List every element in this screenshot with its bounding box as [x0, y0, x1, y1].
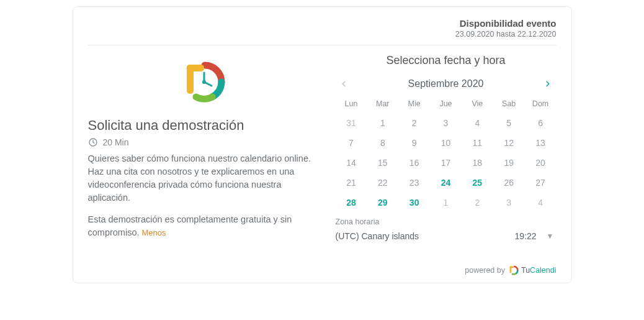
- weekday-header-cell: Mie: [398, 96, 430, 113]
- calendar-day: 21: [336, 173, 367, 193]
- weekday-header-cell: Lun: [336, 96, 367, 113]
- month-navigation: Septiembre 2020: [336, 76, 557, 92]
- booking-card: Disponibilidad evento 23.09.2020 hasta 2…: [73, 6, 572, 283]
- tucalendi-logo-icon: [182, 60, 226, 104]
- availability-title: Disponibilidad evento: [88, 18, 557, 29]
- timezone-selector[interactable]: (UTC) Canary islands 19:22 ▼: [336, 229, 557, 242]
- calendar-day: 3: [493, 193, 525, 213]
- calendar-day: 1: [367, 113, 398, 133]
- calendar-day: 2: [462, 193, 493, 213]
- calendar-day: 26: [493, 173, 525, 193]
- availability-range: 23.09.2020 hasta 22.12.2020: [88, 30, 557, 39]
- weekday-header-row: LunMarMieJueVieSabDom: [336, 96, 557, 113]
- weekday-header-cell: Jue: [430, 96, 462, 113]
- calendar-day: 3: [430, 113, 462, 133]
- availability-bar: Disponibilidad evento 23.09.2020 hasta 2…: [88, 18, 557, 45]
- calendar-day-available[interactable]: 28: [336, 193, 367, 213]
- calendar-day: 20: [525, 153, 557, 173]
- calendar-day-available[interactable]: 25: [462, 173, 493, 193]
- chevron-left-icon: [339, 80, 348, 88]
- calendar-day: 6: [525, 113, 557, 133]
- event-details: Solicita una demostración 20 Min Quieres…: [88, 50, 321, 248]
- calendar-day: 17: [430, 153, 462, 173]
- duration-text: 20 Min: [103, 137, 129, 147]
- brand-logo: [88, 60, 321, 104]
- calendar-day: 27: [525, 173, 557, 193]
- weekday-header-cell: Sab: [493, 96, 525, 113]
- calendar-day-available[interactable]: 24: [430, 173, 462, 193]
- calendar-day: 4: [462, 113, 493, 133]
- calendar-day: 31: [336, 113, 367, 133]
- event-description: Quieres saber cómo funciona nuestro cale…: [88, 152, 321, 239]
- description-paragraph: Esta demostración es completamente gratu…: [88, 213, 321, 239]
- svg-line-4: [204, 82, 212, 86]
- calendar-week-row: 78910111213: [336, 133, 557, 153]
- weekday-header-cell: Mar: [367, 96, 398, 113]
- calendar-day: 11: [462, 133, 493, 153]
- calendar-week-row: 21222324252627: [336, 173, 557, 193]
- svg-rect-1: [187, 65, 204, 71]
- event-title: Solicita una demostración: [88, 117, 321, 134]
- collapse-description-link[interactable]: Menos: [142, 228, 166, 237]
- calendar-day: 23: [398, 173, 430, 193]
- calendar-day: 10: [430, 133, 462, 153]
- calendar-day: 14: [336, 153, 367, 173]
- picker-title: Selecciona fecha y hora: [336, 54, 557, 67]
- powered-by-footer: powered by TuCalendi: [88, 265, 557, 275]
- calendar-day: 15: [367, 153, 398, 173]
- calendar-day: 8: [367, 133, 398, 153]
- calendar-day-available[interactable]: 29: [367, 193, 398, 213]
- date-time-picker: Selecciona fecha y hora Septiembre 2020 …: [336, 50, 557, 248]
- caret-down-icon: ▼: [547, 232, 554, 240]
- calendar-day: 2: [398, 113, 430, 133]
- calendar-grid: LunMarMieJueVieSabDom 311234567891011121…: [336, 96, 557, 213]
- timezone-current-time: 19:22: [515, 231, 537, 241]
- calendar-day: 1: [430, 193, 462, 213]
- calendar-day: 18: [462, 153, 493, 173]
- weekday-header-cell: Dom: [525, 96, 557, 113]
- calendar-day: 22: [367, 173, 398, 193]
- calendar-day: 4: [525, 193, 557, 213]
- tucalendi-logo-icon: [509, 265, 519, 275]
- calendar-day: 13: [525, 133, 557, 153]
- clock-icon: [88, 137, 98, 147]
- powered-by-label: powered by: [465, 266, 505, 275]
- calendar-week-row: 14151617181920: [336, 153, 557, 173]
- weekday-header-cell: Vie: [462, 96, 493, 113]
- chevron-right-icon: [543, 80, 552, 88]
- timezone-block: Zona horaria (UTC) Canary islands 19:22 …: [336, 217, 557, 242]
- svg-rect-7: [510, 267, 514, 268]
- calendar-day: 16: [398, 153, 430, 173]
- calendar-week-row: 2829301234: [336, 193, 557, 213]
- calendar-day: 5: [493, 113, 525, 133]
- calendar-day: 12: [493, 133, 525, 153]
- duration-row: 20 Min: [88, 137, 321, 147]
- calendar-day: 7: [336, 133, 367, 153]
- calendar-day: 19: [493, 153, 525, 173]
- description-paragraph: Quieres saber cómo funciona nuestro cale…: [88, 152, 321, 204]
- timezone-label: Zona horaria: [336, 217, 557, 226]
- next-month-button[interactable]: [540, 76, 556, 92]
- calendar-day-available[interactable]: 30: [398, 193, 430, 213]
- current-month-label: Septiembre 2020: [408, 78, 484, 89]
- timezone-name: (UTC) Canary islands: [336, 231, 419, 241]
- calendar-week-row: 31123456: [336, 113, 557, 133]
- prev-month-button[interactable]: [336, 76, 352, 92]
- tucalendi-link[interactable]: TuCalendi: [509, 265, 557, 275]
- calendar-day: 9: [398, 133, 430, 153]
